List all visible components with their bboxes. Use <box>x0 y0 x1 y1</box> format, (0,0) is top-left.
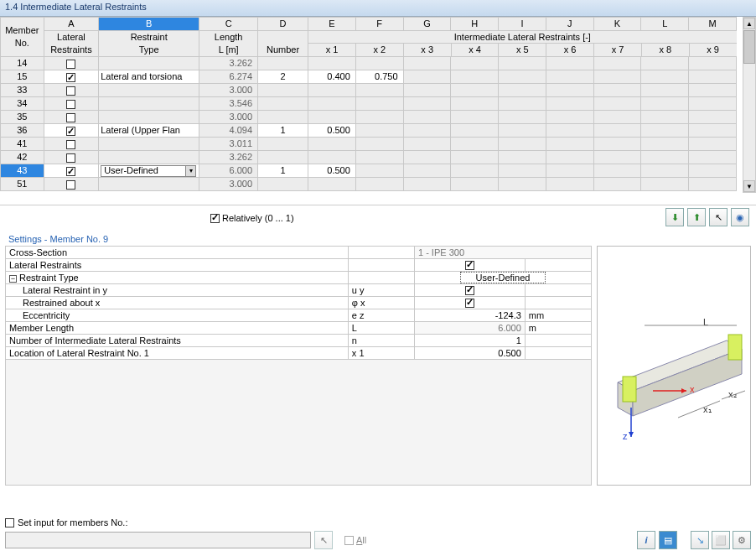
x7-cell[interactable] <box>593 164 641 178</box>
lateral-restraint-cell[interactable] <box>44 138 98 151</box>
relatively-checkbox[interactable] <box>210 214 220 223</box>
table-row[interactable]: 333.000 <box>1 84 737 97</box>
table-row[interactable]: 15Lateral and torsiona6.27420.4000.750 <box>1 70 737 84</box>
set-input-checkbox[interactable] <box>5 518 14 527</box>
col-K[interactable]: K <box>593 18 641 31</box>
row-header[interactable]: 42 <box>1 151 44 164</box>
lateral-restraint-cell[interactable] <box>44 70 98 84</box>
x2-cell[interactable] <box>355 164 403 178</box>
lateral-restraint-checkbox[interactable] <box>66 113 75 122</box>
pick-input-button[interactable]: ↖ <box>314 531 333 549</box>
restraint-type-cell[interactable]: Lateral and torsiona <box>99 70 199 84</box>
col-B[interactable]: B <box>99 18 199 31</box>
x4-cell[interactable] <box>451 124 499 138</box>
row-header[interactable]: 34 <box>1 97 44 111</box>
col-lateral-restraints[interactable]: LateralRestraints <box>44 31 98 57</box>
x2-cell[interactable] <box>355 124 403 138</box>
restrained-x-checkbox[interactable] <box>465 299 474 308</box>
lateral-restraint-cell[interactable] <box>44 164 98 178</box>
restraint-type-cell[interactable] <box>99 97 199 111</box>
member-input-field[interactable] <box>5 532 311 548</box>
lateral-restraint-checkbox[interactable] <box>66 153 75 163</box>
table-row[interactable]: 423.262 <box>1 151 737 164</box>
info-button[interactable]: i <box>637 531 655 549</box>
x2-cell[interactable]: 0.750 <box>355 70 403 84</box>
x1-cell[interactable]: 0.500 <box>308 164 356 178</box>
col-C[interactable]: C <box>199 18 258 31</box>
table-row[interactable]: 353.000 <box>1 111 737 124</box>
restraint-type-value[interactable]: User-Defined <box>460 272 546 283</box>
restraint-type-dropdown[interactable]: User-Defined▾ <box>101 165 196 177</box>
lateral-restraint-checkbox[interactable] <box>66 73 75 82</box>
scroll-up-icon[interactable]: ▲ <box>743 18 755 29</box>
x8-cell[interactable] <box>641 70 689 84</box>
x8-cell[interactable] <box>641 124 689 138</box>
lateral-restraints-checkbox[interactable] <box>465 261 474 270</box>
x7-cell[interactable] <box>593 124 641 138</box>
lateral-restraint-cell[interactable] <box>44 111 98 124</box>
x6-cell[interactable] <box>546 70 593 84</box>
tool-3-button[interactable]: ⚙ <box>733 531 751 549</box>
table-row[interactable]: 413.011 <box>1 138 737 151</box>
restraint-type-cell[interactable]: User-Defined▾ <box>99 164 199 178</box>
export-button[interactable]: ⬇ <box>665 208 684 226</box>
lateral-restraint-cell[interactable] <box>44 84 98 97</box>
scroll-down-icon[interactable]: ▼ <box>743 180 755 192</box>
main-grid[interactable]: MemberNo. A B C D E F G H I J K L M Late… <box>0 17 756 191</box>
restraint-type-cell[interactable] <box>99 151 199 164</box>
table-row[interactable]: 343.546 <box>1 97 737 111</box>
lateral-restraint-cell[interactable] <box>44 178 98 191</box>
col-length[interactable]: LengthL [m] <box>199 31 258 57</box>
number-cell[interactable]: 1 <box>258 164 308 178</box>
x6-cell[interactable] <box>546 164 593 178</box>
restraint-type-cell[interactable] <box>99 178 199 191</box>
row-header[interactable]: 35 <box>1 111 44 124</box>
x3-cell[interactable] <box>403 124 451 138</box>
lateral-restraint-checkbox[interactable] <box>66 127 75 136</box>
view-button[interactable]: ◉ <box>731 208 749 226</box>
lateral-restraint-checkbox[interactable] <box>66 180 75 190</box>
row-header[interactable]: 15 <box>1 70 44 84</box>
lateral-restraint-checkbox[interactable] <box>66 140 75 149</box>
tool-1-button[interactable]: ↘ <box>691 531 709 549</box>
x3-cell[interactable] <box>403 70 451 84</box>
row-header[interactable]: 43 <box>1 164 44 178</box>
table-row[interactable]: 513.000 <box>1 178 737 191</box>
lateral-restraint-cell[interactable] <box>44 124 98 138</box>
n-restraints-value[interactable]: 1 <box>414 335 525 347</box>
eccentricity-value[interactable]: -124.3 <box>414 309 525 322</box>
table-row[interactable]: 143.262 <box>1 57 737 70</box>
col-F[interactable]: F <box>355 18 403 31</box>
col-member-no[interactable]: MemberNo. <box>1 18 44 57</box>
restraint-type-cell[interactable] <box>99 84 199 97</box>
row-header[interactable]: 33 <box>1 84 44 97</box>
row-header[interactable]: 41 <box>1 138 44 151</box>
number-cell[interactable]: 1 <box>258 124 308 138</box>
grid-vertical-scrollbar[interactable]: ▲ ▼ <box>743 17 756 193</box>
number-cell[interactable]: 2 <box>258 70 308 84</box>
col-I[interactable]: I <box>499 18 546 31</box>
x9-cell[interactable] <box>689 124 737 138</box>
restraint-type-cell[interactable] <box>99 57 199 70</box>
x5-cell[interactable] <box>499 70 546 84</box>
x4-cell[interactable] <box>451 70 499 84</box>
x8-cell[interactable] <box>641 164 689 178</box>
col-H[interactable]: H <box>451 18 499 31</box>
lateral-restraint-cell[interactable] <box>44 151 98 164</box>
col-L[interactable]: L <box>641 18 689 31</box>
lateral-restraint-checkbox[interactable] <box>66 100 75 109</box>
col-A[interactable]: A <box>44 18 98 31</box>
table-row[interactable]: 43User-Defined▾6.00010.500 <box>1 164 737 178</box>
x5-cell[interactable] <box>499 124 546 138</box>
x9-cell[interactable] <box>689 70 737 84</box>
scroll-thumb[interactable] <box>743 30 755 64</box>
all-checkbox[interactable] <box>344 536 354 545</box>
x5-cell[interactable] <box>499 164 546 178</box>
col-G[interactable]: G <box>403 18 451 31</box>
lateral-restraint-checkbox[interactable] <box>66 167 75 176</box>
tool-2-button[interactable]: ⬜ <box>712 531 730 549</box>
lateral-y-checkbox[interactable] <box>465 286 474 295</box>
x1-cell[interactable]: 0.500 <box>308 124 356 138</box>
lateral-restraint-checkbox[interactable] <box>66 60 75 69</box>
col-number[interactable]: Number <box>258 31 308 57</box>
